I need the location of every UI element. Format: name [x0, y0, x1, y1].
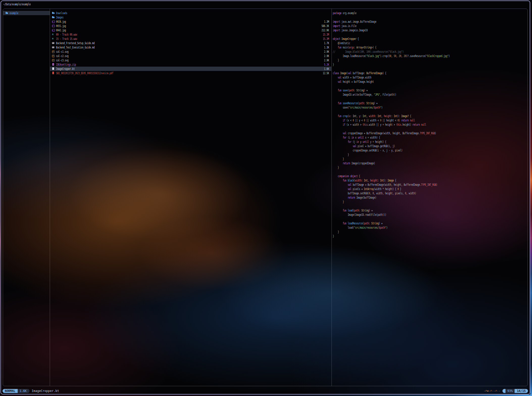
- preview-pane: package org.exampleimport java.awt.image…: [332, 11, 528, 238]
- code-line: package org.example: [332, 11, 528, 15]
- file-size: 15.3M: [323, 33, 329, 36]
- file-size: 2.9K: [324, 54, 329, 58]
- folder-download-icon: ↓: [52, 12, 55, 14]
- archive-icon: [52, 63, 55, 66]
- file-size: 1.3K: [324, 45, 329, 49]
- pill-left-cap: [502, 389, 505, 393]
- code-line: val width = buffImage.width: [332, 75, 528, 80]
- code-line: fun saveResource(path: String) =: [332, 101, 528, 105]
- file-row[interactable]: 15 - Track 15.wav15.3M: [50, 37, 331, 41]
- code-line: fun loadResource(path: String) =: [332, 221, 528, 225]
- file-name: IDEAsettings.zip: [56, 63, 76, 66]
- code-line: val croppedImage = BufferedImage(width, …: [332, 131, 528, 135]
- file-row[interactable]: cal-c1.svg2.9K: [50, 49, 331, 54]
- file-name: SBI_0032013739_2023_DE05_0003155631Invoi…: [56, 71, 113, 75]
- code-line: for (j in y until y + height) {: [332, 140, 528, 144]
- file-size: 1.6K: [324, 67, 329, 71]
- file-name: 0028.jpg: [56, 20, 66, 23]
- image-icon: [52, 29, 55, 32]
- scroll-percent: 93%: [505, 389, 515, 393]
- file-name: 15 - Track 15.wav: [56, 37, 77, 41]
- code-line: buffImage.setRGB(0, 0, width, height, pi…: [332, 191, 528, 195]
- code-line: }: [332, 230, 528, 234]
- code-line: [332, 204, 528, 208]
- file-row[interactable]: Backend_Frontend_Setup_Guide.md1.7K: [50, 41, 331, 45]
- file-size: 212.9K: [321, 28, 329, 32]
- file-name: 0042.jpg: [56, 28, 66, 32]
- code-line: [332, 32, 528, 37]
- current-path: ~/Data/example/example: [3, 2, 47, 7]
- file-size: 586.3K: [321, 24, 329, 28]
- vector-icon: [52, 50, 55, 53]
- file-row[interactable]: SBI_0032013739_2023_DE05_0003155631Invoi…: [50, 71, 331, 75]
- file-row[interactable]: Backend_Test_Execution_Guide.md1.3K: [50, 45, 331, 49]
- folder-icon: [6, 12, 8, 14]
- code-line: import java.io.File: [332, 24, 528, 28]
- mode-badge: NORMAL: [3, 389, 18, 393]
- file-name: cal-c2.svg: [56, 54, 68, 58]
- code-line: }: [332, 157, 528, 161]
- code-line: [332, 84, 528, 88]
- file-row[interactable]: cal-c2.svg2.9K: [50, 54, 331, 58]
- code-line: }: [332, 200, 528, 204]
- code-line: [332, 127, 528, 131]
- code-line: fun crop(x: Int, y: Int, width: Int, hei…: [332, 114, 528, 118]
- status-bar: NORMAL 1.6K ImageCropper.kt -rw-r--r-- 9…: [3, 389, 528, 393]
- file-size-badge: 1.6K: [18, 389, 30, 393]
- markdown-icon: [52, 42, 55, 44]
- code-line: [332, 110, 528, 114]
- file-row[interactable]: cal-c3.svg2.9K: [50, 58, 331, 62]
- image-icon: [52, 24, 55, 27]
- code-line: croppedImage.setRGB(i - x, j - y, pixel): [332, 148, 528, 152]
- file-size: 5.2K: [324, 63, 329, 66]
- vector-icon: [52, 55, 55, 57]
- file-row[interactable]: ImageCropper.kt1.6K: [50, 67, 331, 71]
- code-line: [332, 217, 528, 221]
- code-line: }: [332, 165, 528, 170]
- code-line: import javax.imageio.ImageIO: [332, 28, 528, 32]
- file-size: 2.9K: [324, 58, 329, 62]
- code-line: load("src/main/resources/$path"): [332, 225, 528, 230]
- parent-pane: example: [3, 11, 50, 15]
- code-line: val pixels = IntArray(width * height) { …: [332, 187, 528, 191]
- file-list-pane: ↓DownloadsImages0028.jpg1.3M0031.jpg586.…: [50, 11, 331, 75]
- file-row[interactable]: 0028.jpg1.3M: [50, 19, 331, 24]
- code-line: }: [332, 152, 528, 157]
- file-name: 0031.jpg: [56, 24, 66, 28]
- file-size: 2.9K: [324, 50, 329, 54]
- wallpaper-strip-right: [530, 0, 532, 396]
- file-size: 15.3M: [323, 37, 329, 41]
- markdown-icon: [52, 46, 55, 49]
- file-row[interactable]: ↓Downloads: [50, 11, 331, 15]
- file-row[interactable]: 0031.jpg586.3K: [50, 24, 331, 28]
- folder-icon: [52, 16, 55, 19]
- current-path-text: ~/Data/example/example: [3, 2, 31, 7]
- code-line: val pixel = buffImage.getRGB(i, j): [332, 144, 528, 148]
- code-line: val height = buffImage.height: [332, 80, 528, 84]
- file-name: 09 - Track 09.wav: [56, 33, 77, 36]
- file-name: ImageCropper.kt: [56, 67, 75, 71]
- file-row[interactable]: 09 - Track 09.wav15.3M: [50, 32, 331, 37]
- permissions-text: -rw-r--r--: [484, 389, 500, 393]
- code-line: ImageIO.write(buffImage, "JPG", File(pat…: [332, 92, 528, 97]
- parent-dir-row[interactable]: example: [3, 11, 50, 15]
- file-row[interactable]: IDEAsettings.zip5.2K: [50, 62, 331, 67]
- vector-icon: [52, 59, 55, 62]
- code-line: Image.loadResource("black.jpg").crop(50,…: [332, 54, 528, 58]
- code-line: }: [332, 234, 528, 238]
- code-line: save("src/main/resources/$path"): [332, 105, 528, 110]
- code-line: return Image(croppedImage): [332, 161, 528, 165]
- image-icon: [52, 20, 55, 23]
- status-right-group: -rw-r--r-- 93% 14/15: [484, 389, 528, 393]
- code-line: }: [332, 62, 528, 67]
- kotlin-icon: [52, 67, 55, 70]
- file-size: 1.3M: [324, 20, 329, 23]
- code-line: for (i in x until x + width) {: [332, 135, 528, 140]
- file-row[interactable]: 0042.jpg212.9K: [50, 28, 331, 32]
- code-line: @JvmStatic: [332, 41, 528, 45]
- file-size: 12.5K: [323, 71, 329, 75]
- code-line: object ImageCropper {: [332, 37, 528, 41]
- code-line: Image(ImageIO.read(File(path))): [332, 213, 528, 217]
- file-row[interactable]: Images: [50, 15, 331, 19]
- file-name: Images: [56, 15, 64, 19]
